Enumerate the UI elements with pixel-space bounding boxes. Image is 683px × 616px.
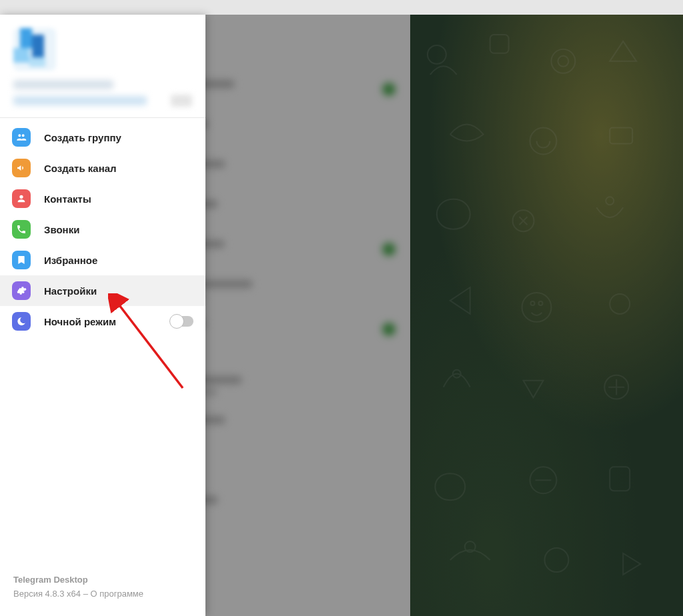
profile-name-redacted [13, 80, 113, 89]
menu-item-new-channel[interactable]: Создать канал [0, 153, 205, 183]
about-link[interactable]: О программе [90, 589, 143, 599]
gear-icon [12, 281, 31, 300]
menu-item-new-group[interactable]: Создать группу [0, 122, 205, 153]
menu-item-saved[interactable]: Избранное [0, 245, 205, 275]
chevron-down-icon[interactable] [171, 95, 192, 107]
menu-label: Настройки [44, 285, 97, 297]
contact-icon [12, 189, 31, 208]
app-name: Telegram Desktop [13, 573, 192, 587]
menu-label: Звонки [44, 224, 79, 235]
moon-icon [12, 312, 31, 331]
menu-label: Создать группу [44, 132, 121, 143]
version-text: Версия 4.8.3 x64 – [13, 589, 90, 599]
menu-label: Избранное [44, 255, 97, 266]
menu-item-calls[interactable]: Звонки [0, 214, 205, 245]
night-mode-toggle[interactable] [171, 316, 193, 327]
main-menu-drawer: Создать группу Создать канал Контакты Зв… [0, 15, 205, 616]
group-icon [12, 128, 31, 147]
menu-label: Контакты [44, 193, 91, 205]
bookmark-icon [12, 251, 31, 269]
menu-label: Ночной режим [44, 316, 116, 327]
phone-icon [12, 220, 31, 239]
menu-item-settings[interactable]: Настройки [0, 275, 205, 306]
drawer-footer: Telegram Desktop Версия 4.8.3 x64 – О пр… [0, 573, 205, 616]
menu-item-contacts[interactable]: Контакты [0, 183, 205, 214]
megaphone-icon [12, 159, 31, 177]
profile-header[interactable] [0, 15, 205, 117]
profile-phone-redacted [13, 96, 147, 105]
window-titlebar [0, 0, 683, 15]
menu-label: Создать канал [44, 163, 117, 174]
menu-item-night-mode[interactable]: Ночной режим [0, 306, 205, 337]
avatar [13, 28, 56, 71]
